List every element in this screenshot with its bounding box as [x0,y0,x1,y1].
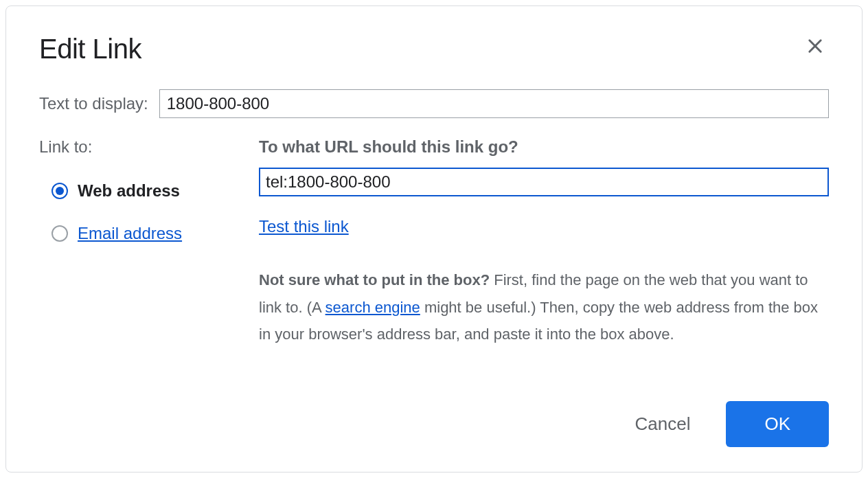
test-this-link[interactable]: Test this link [259,217,349,236]
help-text: Not sure what to put in the box? First, … [259,266,829,348]
url-column: To what URL should this link go? Test th… [259,137,829,380]
url-question-label: To what URL should this link go? [259,137,829,157]
text-to-display-input[interactable] [159,89,829,118]
help-bold: Not sure what to put in the box? [259,271,490,288]
radio-button-icon [52,225,68,242]
dialog-title: Edit Link [39,34,829,65]
button-row: Cancel OK [39,380,829,447]
radio-button-icon [52,183,68,199]
cancel-button[interactable]: Cancel [626,408,698,440]
text-to-display-row: Text to display: [39,89,829,118]
radio-email-address-label: Email address [78,224,182,243]
content-row: Link to: Web address Email address To wh… [39,137,829,380]
ok-button[interactable]: OK [726,401,829,447]
link-to-label: Link to: [39,137,231,157]
edit-link-dialog: Edit Link Text to display: Link to: Web … [5,5,863,473]
close-button[interactable] [801,34,829,61]
radio-web-address[interactable]: Web address [39,181,231,201]
text-to-display-label: Text to display: [39,94,148,113]
radio-email-address[interactable]: Email address [39,224,231,243]
close-icon [806,36,825,58]
search-engine-link[interactable]: search engine [326,299,420,316]
radio-web-address-label: Web address [78,181,180,201]
url-input[interactable] [259,168,829,196]
link-to-column: Link to: Web address Email address [39,137,231,380]
